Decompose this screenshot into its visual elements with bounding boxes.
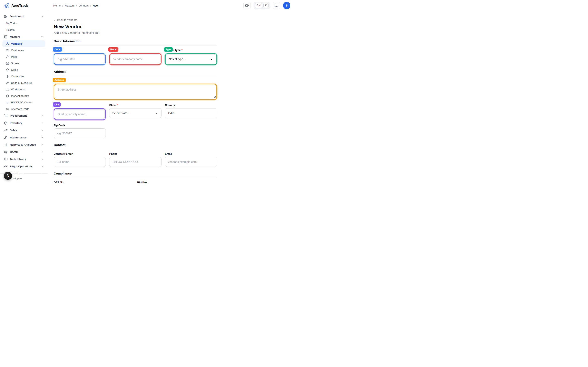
- field-label: Email: [165, 152, 172, 155]
- city-input[interactable]: [55, 109, 105, 119]
- sidebar-item-label: Masters: [10, 35, 20, 38]
- sidebar-item-label: Customers: [11, 49, 24, 52]
- annotation-ring-address: [54, 84, 217, 100]
- sidebar-item-tech-library[interactable]: Tech Library: [2, 156, 45, 163]
- breadcrumb-separator: /: [76, 4, 77, 7]
- sidebar-item-label: CAMO: [10, 150, 18, 154]
- sidebar-item-stores[interactable]: Stores: [2, 60, 45, 67]
- page-subtitle: Add a new vendor to the master list: [54, 31, 294, 34]
- sidebar-item-customers[interactable]: Customers: [2, 47, 45, 53]
- map-pin-icon: [6, 68, 9, 71]
- sidebar-item-hsn-sac-codes[interactable]: HSN/SAC Codes: [2, 99, 45, 106]
- sidebar-item-camo[interactable]: CAMO: [2, 149, 45, 156]
- sidebar-item-sales[interactable]: Sales: [2, 127, 45, 134]
- sidebar-item-inspection-kits[interactable]: Inspection Kits: [2, 92, 45, 99]
- annotation-ring-name: [109, 53, 161, 65]
- vendor-name-input[interactable]: [110, 54, 160, 64]
- sidebar-item-workshops[interactable]: Workshops: [2, 86, 45, 92]
- logo[interactable]: AeroTrack: [0, 0, 48, 11]
- package-icon: [4, 121, 8, 125]
- contact-person-input[interactable]: [54, 157, 106, 167]
- main-column: Home / Masters / Vendors / New Ctrl K: [48, 0, 294, 184]
- sidebar-item-maintenance[interactable]: Maintenance: [2, 134, 45, 141]
- breadcrumb-masters[interactable]: Masters: [65, 4, 75, 7]
- annotation-badge-code: Code: [53, 47, 62, 52]
- sidebar-item-masters[interactable]: Masters: [2, 33, 45, 41]
- sidebar-nav: Dashboard My Todos Tickets Masters Vendo…: [0, 11, 48, 173]
- sidebar-item-units-of-measure[interactable]: Units of Measure: [2, 80, 45, 86]
- chevron-right-icon: [41, 114, 44, 117]
- sidebar-item-label: Alternate Parts: [11, 108, 29, 110]
- sidebar-item-cities[interactable]: Cities: [2, 67, 45, 73]
- email-input[interactable]: [165, 157, 217, 167]
- ctrl-key: Ctrl: [255, 3, 262, 8]
- field-pan-no: PAN No.: [137, 180, 217, 184]
- field-label: Country: [165, 104, 175, 107]
- breadcrumb-vendors[interactable]: Vendors: [79, 4, 89, 7]
- sidebar-item-my-todos[interactable]: My Todos: [2, 20, 45, 27]
- sidebar-item-alternate-parts[interactable]: Alternate Parts: [2, 106, 45, 112]
- user-avatar[interactable]: S: [283, 2, 290, 9]
- street-address-textarea[interactable]: [55, 85, 216, 98]
- field-label: State*: [109, 104, 118, 107]
- plane-takeoff-icon: [4, 165, 8, 168]
- sidebar-item-dashboard[interactable]: Dashboard: [2, 13, 45, 20]
- section-contact: Contact Contact Person Phone: [54, 143, 217, 167]
- sidebar-item-currencies[interactable]: Currencies: [2, 73, 45, 80]
- bar-chart-icon: [4, 143, 8, 146]
- sidebar-item-label: Units of Measure: [11, 81, 32, 84]
- section-address: Address Address* Address Ci: [54, 70, 217, 138]
- sidebar-item-flight-operations[interactable]: Flight Operations: [2, 163, 45, 170]
- selected-value: Select state...: [112, 111, 130, 115]
- sidebar-item-label: Inspection Kits: [11, 94, 29, 98]
- sidebar-item-label: Parts: [11, 55, 17, 58]
- breadcrumb-home[interactable]: Home: [53, 4, 61, 7]
- back-to-vendors-link[interactable]: ← Back to Vendors: [54, 18, 77, 21]
- book-open-icon: [4, 157, 8, 161]
- field-phone: Phone: [109, 152, 161, 167]
- k-key: K: [263, 3, 269, 8]
- sidebar-item-label: Dashboard: [10, 15, 24, 18]
- vendor-code-input[interactable]: [55, 54, 105, 64]
- layout-dashboard-icon: [4, 15, 8, 18]
- warehouse-icon: [6, 62, 9, 65]
- trending-up-icon: [4, 128, 8, 132]
- field-state: State* Select state...: [109, 103, 161, 120]
- breadcrumb-separator: /: [90, 4, 91, 7]
- sidebar-item-inventory[interactable]: Inventory: [2, 119, 45, 127]
- country-input[interactable]: [165, 108, 217, 118]
- sidebar-item-procurement[interactable]: Procurement: [2, 112, 45, 119]
- video-camera-icon: [245, 4, 249, 7]
- collapse-label: Collapse: [11, 177, 22, 180]
- annotation-badge-type: Type: [164, 47, 173, 52]
- users-icon: [6, 49, 9, 52]
- annotation-badge-address: Address: [53, 78, 66, 82]
- building-icon: [6, 42, 9, 45]
- sidebar-item-reports-analytics[interactable]: Reports & Analytics: [2, 141, 45, 149]
- field-vendor-type: Vendor Type* Type Select type...: [165, 48, 217, 65]
- section-heading: Address: [54, 70, 217, 74]
- wrench-icon: [4, 136, 8, 139]
- screen-record-button[interactable]: [243, 2, 251, 9]
- display-mode-button[interactable]: [273, 2, 280, 9]
- airplane-logo-icon: [4, 2, 10, 9]
- chevron-right-icon: [41, 158, 44, 161]
- vendor-type-select[interactable]: Select type...: [166, 54, 216, 64]
- sidebar-item-tickets[interactable]: Tickets: [2, 27, 45, 33]
- command-palette-shortcut[interactable]: Ctrl K: [254, 2, 270, 9]
- clipboard-check-icon: [6, 94, 9, 98]
- sidebar-item-parts[interactable]: Parts: [2, 53, 45, 60]
- breadcrumb-current: New: [93, 4, 98, 7]
- field-label: PAN No.: [137, 181, 148, 184]
- sidebar-item-vendors[interactable]: Vendors: [2, 40, 45, 47]
- state-select[interactable]: Select state...: [109, 108, 161, 118]
- chevron-right-icon: [41, 122, 44, 124]
- section-heading: Compliance: [54, 172, 217, 175]
- annotation-ring-city: [54, 108, 106, 120]
- annotation-badge-city: City: [53, 102, 61, 107]
- sidebar-item-label: Maintenance: [10, 136, 26, 139]
- field-email: Email: [165, 152, 217, 167]
- nextjs-dev-badge[interactable]: N: [4, 172, 12, 180]
- phone-input[interactable]: [109, 157, 161, 167]
- zip-code-input[interactable]: [54, 128, 106, 138]
